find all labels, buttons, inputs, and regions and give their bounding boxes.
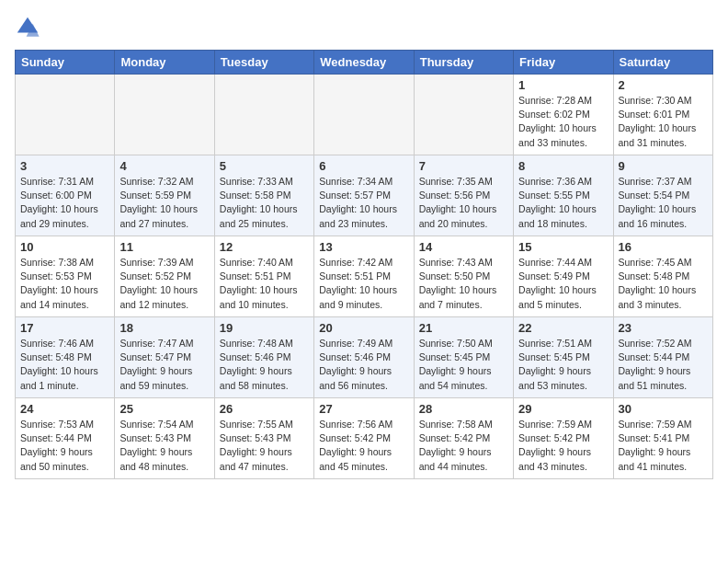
calendar-week-row: 24Sunrise: 7:53 AM Sunset: 5:44 PM Dayli… [16, 398, 713, 479]
logo [15, 15, 44, 40]
day-number: 17 [20, 321, 109, 335]
day-number: 21 [419, 321, 508, 335]
calendar-cell: 18Sunrise: 7:47 AM Sunset: 5:47 PM Dayli… [115, 317, 214, 398]
calendar-cell: 4Sunrise: 7:32 AM Sunset: 5:59 PM Daylig… [115, 155, 214, 236]
weekday-header: Friday [514, 51, 613, 75]
calendar-cell: 14Sunrise: 7:43 AM Sunset: 5:50 PM Dayli… [414, 236, 513, 317]
weekday-header: Wednesday [314, 51, 414, 75]
day-number: 19 [220, 321, 309, 335]
calendar-cell: 13Sunrise: 7:42 AM Sunset: 5:51 PM Dayli… [314, 236, 414, 317]
day-info: Sunrise: 7:48 AM Sunset: 5:46 PM Dayligh… [220, 337, 309, 393]
day-info: Sunrise: 7:42 AM Sunset: 5:51 PM Dayligh… [319, 256, 408, 312]
calendar-cell: 15Sunrise: 7:44 AM Sunset: 5:49 PM Dayli… [514, 236, 613, 317]
day-number: 25 [119, 402, 209, 416]
day-number: 6 [319, 159, 408, 173]
day-number: 20 [319, 321, 408, 335]
day-number: 11 [119, 240, 209, 254]
calendar-cell [414, 75, 513, 155]
day-info: Sunrise: 7:45 AM Sunset: 5:48 PM Dayligh… [619, 256, 708, 312]
calendar-week-row: 1Sunrise: 7:28 AM Sunset: 6:02 PM Daylig… [16, 75, 713, 155]
day-number: 28 [419, 402, 508, 416]
day-info: Sunrise: 7:55 AM Sunset: 5:43 PM Dayligh… [220, 418, 309, 474]
weekday-header: Sunday [16, 51, 115, 75]
day-number: 13 [319, 240, 408, 254]
day-info: Sunrise: 7:32 AM Sunset: 5:59 PM Dayligh… [119, 175, 209, 231]
calendar-cell: 23Sunrise: 7:52 AM Sunset: 5:44 PM Dayli… [613, 317, 712, 398]
day-number: 2 [619, 78, 708, 92]
day-number: 18 [119, 321, 209, 335]
day-number: 27 [319, 402, 408, 416]
day-info: Sunrise: 7:30 AM Sunset: 6:01 PM Dayligh… [619, 94, 708, 150]
logo-icon [15, 15, 40, 40]
day-info: Sunrise: 7:51 AM Sunset: 5:45 PM Dayligh… [518, 337, 608, 393]
day-info: Sunrise: 7:58 AM Sunset: 5:42 PM Dayligh… [419, 418, 508, 474]
day-number: 4 [119, 159, 209, 173]
day-info: Sunrise: 7:34 AM Sunset: 5:57 PM Dayligh… [319, 175, 408, 231]
day-info: Sunrise: 7:46 AM Sunset: 5:48 PM Dayligh… [20, 337, 109, 393]
calendar-cell: 2Sunrise: 7:30 AM Sunset: 6:01 PM Daylig… [613, 75, 712, 155]
day-number: 29 [518, 402, 608, 416]
day-info: Sunrise: 7:40 AM Sunset: 5:51 PM Dayligh… [220, 256, 309, 312]
day-info: Sunrise: 7:53 AM Sunset: 5:44 PM Dayligh… [20, 418, 109, 474]
calendar-cell: 25Sunrise: 7:54 AM Sunset: 5:43 PM Dayli… [115, 398, 214, 479]
day-number: 10 [20, 240, 109, 254]
day-info: Sunrise: 7:37 AM Sunset: 5:54 PM Dayligh… [619, 175, 708, 231]
day-number: 22 [518, 321, 608, 335]
day-info: Sunrise: 7:44 AM Sunset: 5:49 PM Dayligh… [518, 256, 608, 312]
calendar-cell: 5Sunrise: 7:33 AM Sunset: 5:58 PM Daylig… [214, 155, 313, 236]
calendar-cell: 19Sunrise: 7:48 AM Sunset: 5:46 PM Dayli… [214, 317, 313, 398]
day-number: 9 [619, 159, 708, 173]
calendar-cell: 11Sunrise: 7:39 AM Sunset: 5:52 PM Dayli… [115, 236, 214, 317]
calendar-cell [16, 75, 115, 155]
calendar-cell: 7Sunrise: 7:35 AM Sunset: 5:56 PM Daylig… [414, 155, 513, 236]
day-number: 1 [518, 78, 608, 92]
calendar-cell: 12Sunrise: 7:40 AM Sunset: 5:51 PM Dayli… [214, 236, 313, 317]
day-info: Sunrise: 7:47 AM Sunset: 5:47 PM Dayligh… [119, 337, 209, 393]
day-info: Sunrise: 7:39 AM Sunset: 5:52 PM Dayligh… [119, 256, 209, 312]
day-number: 3 [20, 159, 109, 173]
day-info: Sunrise: 7:31 AM Sunset: 6:00 PM Dayligh… [20, 175, 109, 231]
calendar-cell: 6Sunrise: 7:34 AM Sunset: 5:57 PM Daylig… [314, 155, 414, 236]
calendar-cell [314, 75, 414, 155]
day-info: Sunrise: 7:50 AM Sunset: 5:45 PM Dayligh… [419, 337, 508, 393]
calendar-week-row: 3Sunrise: 7:31 AM Sunset: 6:00 PM Daylig… [16, 155, 713, 236]
calendar-cell: 27Sunrise: 7:56 AM Sunset: 5:42 PM Dayli… [314, 398, 414, 479]
day-number: 12 [220, 240, 309, 254]
day-info: Sunrise: 7:59 AM Sunset: 5:41 PM Dayligh… [619, 418, 708, 474]
day-info: Sunrise: 7:28 AM Sunset: 6:02 PM Dayligh… [518, 94, 608, 150]
calendar-cell: 26Sunrise: 7:55 AM Sunset: 5:43 PM Dayli… [214, 398, 313, 479]
calendar-cell: 10Sunrise: 7:38 AM Sunset: 5:53 PM Dayli… [16, 236, 115, 317]
calendar-cell: 17Sunrise: 7:46 AM Sunset: 5:48 PM Dayli… [16, 317, 115, 398]
day-info: Sunrise: 7:36 AM Sunset: 5:55 PM Dayligh… [518, 175, 608, 231]
calendar-cell: 30Sunrise: 7:59 AM Sunset: 5:41 PM Dayli… [613, 398, 712, 479]
day-info: Sunrise: 7:35 AM Sunset: 5:56 PM Dayligh… [419, 175, 508, 231]
day-number: 16 [619, 240, 708, 254]
day-info: Sunrise: 7:54 AM Sunset: 5:43 PM Dayligh… [119, 418, 209, 474]
day-info: Sunrise: 7:49 AM Sunset: 5:46 PM Dayligh… [319, 337, 408, 393]
calendar-cell: 22Sunrise: 7:51 AM Sunset: 5:45 PM Dayli… [514, 317, 613, 398]
calendar-cell: 29Sunrise: 7:59 AM Sunset: 5:42 PM Dayli… [514, 398, 613, 479]
weekday-header: Thursday [414, 51, 513, 75]
calendar-cell [115, 75, 214, 155]
day-number: 26 [220, 402, 309, 416]
day-info: Sunrise: 7:59 AM Sunset: 5:42 PM Dayligh… [518, 418, 608, 474]
calendar-cell: 9Sunrise: 7:37 AM Sunset: 5:54 PM Daylig… [613, 155, 712, 236]
day-info: Sunrise: 7:56 AM Sunset: 5:42 PM Dayligh… [319, 418, 408, 474]
day-number: 24 [20, 402, 109, 416]
calendar-week-row: 17Sunrise: 7:46 AM Sunset: 5:48 PM Dayli… [16, 317, 713, 398]
calendar-cell: 28Sunrise: 7:58 AM Sunset: 5:42 PM Dayli… [414, 398, 513, 479]
day-info: Sunrise: 7:33 AM Sunset: 5:58 PM Dayligh… [220, 175, 309, 231]
weekday-header: Monday [115, 51, 214, 75]
day-number: 15 [518, 240, 608, 254]
weekday-header: Tuesday [214, 51, 313, 75]
calendar-week-row: 10Sunrise: 7:38 AM Sunset: 5:53 PM Dayli… [16, 236, 713, 317]
calendar-cell: 16Sunrise: 7:45 AM Sunset: 5:48 PM Dayli… [613, 236, 712, 317]
day-number: 8 [518, 159, 608, 173]
calendar-table: SundayMondayTuesdayWednesdayThursdayFrid… [15, 50, 713, 479]
day-number: 5 [220, 159, 309, 173]
calendar-cell: 21Sunrise: 7:50 AM Sunset: 5:45 PM Dayli… [414, 317, 513, 398]
page-header [15, 15, 713, 40]
calendar-header-row: SundayMondayTuesdayWednesdayThursdayFrid… [16, 51, 713, 75]
calendar-cell [214, 75, 313, 155]
day-number: 7 [419, 159, 508, 173]
